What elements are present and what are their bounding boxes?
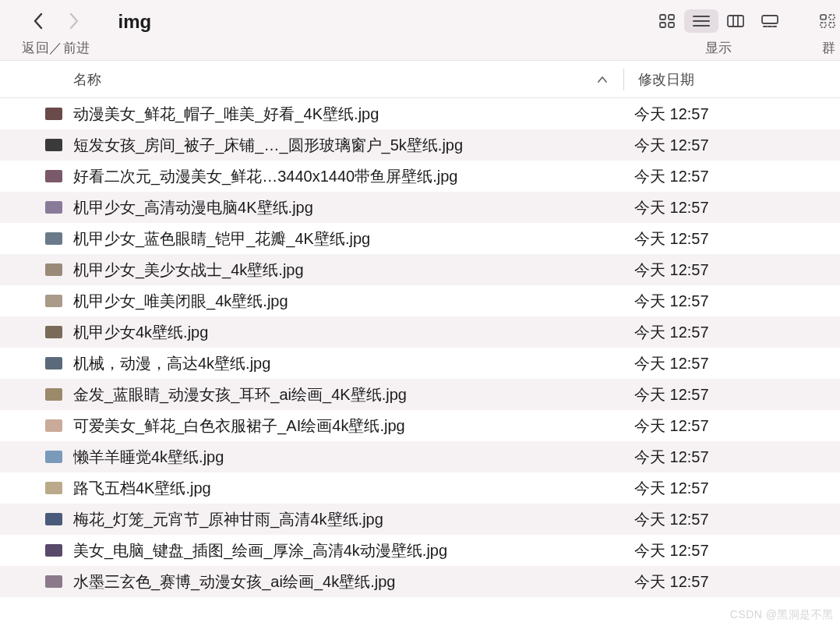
file-thumbnail (45, 357, 62, 370)
file-row[interactable]: 机械，动漫，高达4k壁纸.jpg今天 12:57 (0, 348, 840, 379)
file-thumbnail (45, 575, 62, 588)
file-date: 今天 12:57 (619, 228, 709, 249)
file-name: 懒羊羊睡觉4k壁纸.jpg (73, 447, 619, 468)
chevron-right-icon (69, 12, 79, 30)
svg-rect-0 (660, 15, 665, 19)
file-date: 今天 12:57 (619, 384, 709, 405)
file-thumbnail (45, 482, 62, 494)
view-label: 显示 (705, 39, 732, 57)
file-thumbnail (45, 108, 62, 120)
file-row[interactable]: 路飞五档4K壁纸.jpg今天 12:57 (0, 472, 840, 504)
group-icon (820, 14, 837, 28)
file-name: 好看二次元_动漫美女_鲜花…3440x1440带鱼屏壁纸.jpg (73, 166, 619, 187)
view-icon-button[interactable] (650, 9, 684, 33)
svg-rect-1 (669, 15, 674, 19)
file-name: 路飞五档4K壁纸.jpg (73, 478, 619, 499)
file-name: 短发女孩_房间_被子_床铺_…_圆形玻璃窗户_5k壁纸.jpg (73, 135, 619, 156)
group-label: 群 (822, 39, 835, 57)
svg-rect-10 (762, 16, 778, 23)
file-date: 今天 12:57 (619, 571, 709, 592)
file-date: 今天 12:57 (619, 509, 709, 530)
file-thumbnail (45, 295, 62, 307)
file-thumbnail (45, 419, 62, 432)
file-row[interactable]: 金发_蓝眼睛_动漫女孩_耳环_ai绘画_4K壁纸.jpg今天 12:57 (0, 379, 840, 410)
file-thumbnail (45, 544, 62, 557)
file-row[interactable]: 动漫美女_鲜花_帽子_唯美_好看_4K壁纸.jpg今天 12:57 (0, 98, 840, 129)
file-thumbnail (45, 139, 62, 151)
file-name: 可爱美女_鲜花_白色衣服裙子_AI绘画4k壁纸.jpg (73, 416, 619, 437)
gallery-icon (761, 15, 778, 27)
file-name: 机械，动漫，高达4k壁纸.jpg (73, 353, 619, 374)
group-control: 群 (817, 8, 840, 57)
file-name: 机甲少女_蓝色眼睛_铠甲_花瓣_4K壁纸.jpg (73, 228, 619, 249)
file-row[interactable]: 机甲少女_美少女战士_4k壁纸.jpg今天 12:57 (0, 254, 840, 285)
file-name: 水墨三玄色_赛博_动漫女孩_ai绘画_4k壁纸.jpg (73, 571, 619, 592)
file-date: 今天 12:57 (619, 260, 709, 281)
sort-indicator (597, 71, 608, 87)
file-thumbnail (45, 388, 62, 401)
file-row[interactable]: 机甲少女_高清动漫电脑4K壁纸.jpg今天 12:57 (0, 192, 840, 223)
watermark: CSDN @黑洞是不黑 (730, 608, 834, 622)
column-date-label: 修改日期 (638, 72, 694, 87)
file-row[interactable]: 水墨三玄色_赛博_动漫女孩_ai绘画_4k壁纸.jpg今天 12:57 (0, 566, 840, 597)
view-gallery-button[interactable] (753, 9, 787, 33)
file-thumbnail (45, 170, 62, 182)
nav-group: 返回／前进 (22, 8, 90, 57)
file-list: 动漫美女_鲜花_帽子_唯美_好看_4K壁纸.jpg今天 12:57短发女孩_房间… (0, 98, 840, 597)
file-date: 今天 12:57 (619, 540, 709, 561)
file-name: 机甲少女_唯美闭眼_4k壁纸.jpg (73, 291, 619, 312)
file-row[interactable]: 机甲少女_唯美闭眼_4k壁纸.jpg今天 12:57 (0, 285, 840, 316)
file-date: 今天 12:57 (619, 478, 709, 499)
file-date: 今天 12:57 (619, 353, 709, 374)
svg-rect-15 (829, 15, 835, 19)
nav-label: 返回／前进 (22, 39, 90, 57)
chevron-left-icon (33, 12, 44, 30)
grid-icon (659, 14, 675, 28)
view-group: 显示 (650, 8, 787, 57)
file-row[interactable]: 可爱美女_鲜花_白色衣服裙子_AI绘画4k壁纸.jpg今天 12:57 (0, 410, 840, 441)
file-name: 美女_电脑_键盘_插图_绘画_厚涂_高清4k动漫壁纸.jpg (73, 540, 619, 561)
column-name-label: 名称 (73, 70, 101, 89)
file-name: 机甲少女_美少女战士_4k壁纸.jpg (73, 260, 619, 281)
file-thumbnail (45, 513, 62, 525)
back-button[interactable] (30, 10, 47, 32)
file-date: 今天 12:57 (619, 447, 709, 468)
svg-rect-2 (660, 23, 665, 27)
forward-button[interactable] (65, 10, 83, 32)
columns-icon (727, 15, 744, 27)
svg-rect-16 (821, 23, 826, 27)
svg-rect-3 (669, 23, 674, 27)
view-column-button[interactable] (718, 9, 753, 33)
group-button[interactable] (817, 9, 840, 33)
window-title: img (118, 11, 152, 33)
file-row[interactable]: 好看二次元_动漫美女_鲜花…3440x1440带鱼屏壁纸.jpg今天 12:57 (0, 161, 840, 192)
file-row[interactable]: 短发女孩_房间_被子_床铺_…_圆形玻璃窗户_5k壁纸.jpg今天 12:57 (0, 129, 840, 161)
list-icon (693, 15, 710, 27)
file-date: 今天 12:57 (619, 197, 709, 218)
file-name: 机甲少女4k壁纸.jpg (73, 322, 619, 343)
column-header-date[interactable]: 修改日期 (624, 70, 840, 89)
chevron-up-icon (597, 76, 608, 83)
file-date: 今天 12:57 (619, 135, 709, 156)
file-name: 机甲少女_高清动漫电脑4K壁纸.jpg (73, 197, 619, 218)
file-name: 梅花_灯笼_元宵节_原神甘雨_高清4k壁纸.jpg (73, 509, 619, 530)
file-row[interactable]: 美女_电脑_键盘_插图_绘画_厚涂_高清4k动漫壁纸.jpg今天 12:57 (0, 535, 840, 566)
view-list-button[interactable] (684, 9, 718, 33)
file-thumbnail (45, 451, 62, 463)
svg-rect-14 (821, 15, 826, 19)
column-header-name[interactable]: 名称 (0, 70, 623, 89)
file-row[interactable]: 懒羊羊睡觉4k壁纸.jpg今天 12:57 (0, 441, 840, 472)
file-date: 今天 12:57 (619, 291, 709, 312)
file-row[interactable]: 梅花_灯笼_元宵节_原神甘雨_高清4k壁纸.jpg今天 12:57 (0, 504, 840, 535)
file-row[interactable]: 机甲少女_蓝色眼睛_铠甲_花瓣_4K壁纸.jpg今天 12:57 (0, 223, 840, 254)
file-date: 今天 12:57 (619, 416, 709, 437)
file-date: 今天 12:57 (619, 322, 709, 343)
file-name: 动漫美女_鲜花_帽子_唯美_好看_4K壁纸.jpg (73, 104, 619, 125)
file-date: 今天 12:57 (619, 166, 709, 187)
file-thumbnail (45, 201, 62, 214)
file-row[interactable]: 机甲少女4k壁纸.jpg今天 12:57 (0, 316, 840, 348)
file-thumbnail (45, 232, 62, 245)
toolbar: 返回／前进 img 显示 群 (0, 0, 840, 61)
svg-rect-7 (728, 16, 743, 27)
file-date: 今天 12:57 (619, 104, 709, 125)
